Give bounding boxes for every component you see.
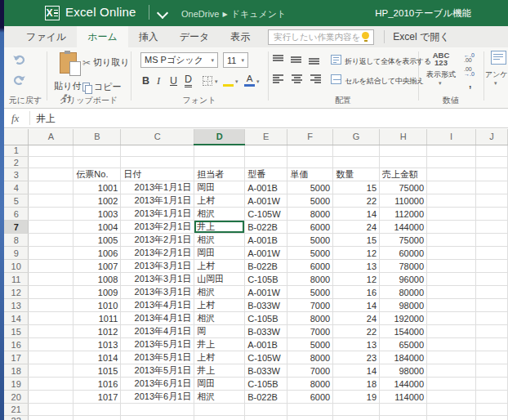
cell-E20[interactable]: B-022B: [245, 391, 287, 404]
cell-B20[interactable]: 1017: [74, 391, 121, 404]
cell-A7[interactable]: [29, 221, 74, 234]
paste-icon[interactable]: [60, 52, 77, 74]
cell-J11[interactable]: [475, 273, 507, 286]
cell-I6[interactable]: [427, 208, 476, 221]
cell-C13[interactable]: 2013年4月1日: [121, 299, 194, 312]
cell-I13[interactable]: [427, 299, 476, 312]
increase-decimal-button[interactable]: ←.0 .00: [464, 53, 475, 63]
tell-me-search[interactable]: [268, 29, 374, 45]
survey-button[interactable]: アンケー: [485, 69, 508, 80]
cell-H20[interactable]: 114000: [380, 391, 427, 404]
cell-D12[interactable]: 相沢: [194, 286, 245, 299]
cell-J19[interactable]: [475, 378, 507, 391]
cell-G2[interactable]: [333, 157, 380, 168]
cell-G19[interactable]: 18: [333, 378, 380, 391]
cell-A1[interactable]: [29, 145, 74, 157]
cell-E9[interactable]: A-001W: [245, 247, 287, 260]
cell-D9[interactable]: 岡田: [194, 247, 245, 260]
cell-A22[interactable]: [29, 415, 74, 420]
cell-B17[interactable]: 1014: [74, 351, 121, 364]
cell-B22[interactable]: [74, 415, 121, 420]
cell-F16[interactable]: 5000: [287, 338, 333, 351]
column-header-I[interactable]: I: [427, 129, 476, 145]
tab-data[interactable]: データ: [169, 26, 221, 47]
cell-B3[interactable]: 伝票No.: [74, 168, 121, 181]
cell-F4[interactable]: 5000: [287, 181, 333, 194]
row-header-2[interactable]: 2: [4, 157, 29, 168]
tab-file[interactable]: ファイル: [16, 26, 77, 47]
cell-I10[interactable]: [427, 260, 476, 273]
cell-F21[interactable]: [287, 404, 333, 415]
cell-A10[interactable]: [29, 260, 74, 273]
cell-F6[interactable]: 8000: [287, 208, 333, 221]
cell-C1[interactable]: [121, 145, 194, 157]
cell-C15[interactable]: 2013年4月1日: [121, 325, 194, 338]
cell-D22[interactable]: [194, 415, 245, 420]
cell-J22[interactable]: [475, 415, 507, 420]
cell-A8[interactable]: [29, 234, 74, 247]
row-header-9[interactable]: 9: [4, 247, 29, 260]
cell-E1[interactable]: [245, 145, 287, 157]
cell-J15[interactable]: [475, 325, 507, 338]
row-header-1[interactable]: 1: [4, 145, 29, 157]
select-all-corner[interactable]: [4, 129, 29, 145]
cell-I14[interactable]: [427, 312, 476, 325]
number-format-icon[interactable]: ABC 123: [426, 51, 456, 66]
cell-D5[interactable]: 上村: [194, 194, 245, 208]
fill-color-dropdown-arrow[interactable]: ▾: [235, 78, 238, 84]
bold-button[interactable]: B: [142, 74, 149, 87]
cell-E14[interactable]: C-105B: [245, 312, 287, 325]
column-header-J[interactable]: J: [475, 129, 507, 145]
cell-G11[interactable]: 12: [333, 273, 380, 286]
cell-C6[interactable]: 2013年1月1日: [121, 208, 194, 221]
cell-B18[interactable]: 1015: [74, 364, 121, 378]
cell-H14[interactable]: 192000: [380, 312, 427, 325]
cell-C19[interactable]: 2013年6月1日: [121, 378, 194, 391]
cell-A5[interactable]: [29, 194, 74, 208]
underline-button[interactable]: U: [170, 74, 177, 87]
cell-D1[interactable]: [194, 145, 245, 157]
cell-A3[interactable]: [29, 168, 74, 181]
fill-color-icon[interactable]: [223, 74, 234, 87]
cell-B2[interactable]: [74, 157, 121, 168]
cell-I19[interactable]: [427, 378, 476, 391]
cell-C18[interactable]: 2013年5月1日: [121, 364, 194, 378]
cell-B19[interactable]: 1016: [74, 378, 121, 391]
cell-C16[interactable]: 2013年5月1日: [121, 338, 194, 351]
copy-button[interactable]: コピー: [82, 81, 122, 93]
cell-D15[interactable]: 岡: [194, 325, 245, 338]
cell-B14[interactable]: 1011: [74, 312, 121, 325]
cell-B4[interactable]: 1001: [74, 181, 121, 194]
survey-dropdown-arrow[interactable]: ▾: [494, 80, 497, 86]
cell-I22[interactable]: [427, 415, 476, 420]
cell-C20[interactable]: 2013年6月1日: [121, 391, 194, 404]
decrease-decimal-button[interactable]: .00 →.0: [464, 67, 475, 77]
cell-F19[interactable]: 8000: [287, 378, 333, 391]
cell-H5[interactable]: 110000: [380, 194, 427, 208]
cell-I18[interactable]: [427, 364, 476, 378]
cell-I7[interactable]: [427, 221, 476, 234]
cell-E16[interactable]: A-001B: [245, 338, 287, 351]
cell-J6[interactable]: [475, 208, 507, 221]
cell-H3[interactable]: 売上金額: [380, 168, 427, 181]
column-header-D[interactable]: D: [194, 129, 245, 145]
column-header-F[interactable]: F: [287, 129, 333, 145]
cell-H7[interactable]: 144000: [380, 221, 427, 234]
cell-E6[interactable]: C-105W: [245, 208, 287, 221]
cell-J8[interactable]: [475, 234, 507, 247]
cell-A2[interactable]: [29, 157, 74, 168]
column-header-A[interactable]: A: [29, 129, 74, 145]
row-header-22[interactable]: 22: [4, 415, 29, 420]
cell-E10[interactable]: B-022B: [245, 260, 287, 273]
cell-J12[interactable]: [475, 286, 507, 299]
font-size-select[interactable]: 11 ▾: [223, 52, 248, 68]
cell-G17[interactable]: 23: [333, 351, 380, 364]
row-header-15[interactable]: 15: [4, 325, 29, 338]
align-bottom-icon[interactable]: [309, 55, 321, 65]
cell-G16[interactable]: 13: [333, 338, 380, 351]
cell-B10[interactable]: 1007: [74, 260, 121, 273]
cell-H17[interactable]: 184000: [380, 351, 427, 364]
row-header-6[interactable]: 6: [4, 208, 29, 221]
cell-C9[interactable]: 2013年2月1日: [121, 247, 194, 260]
column-header-G[interactable]: G: [333, 129, 380, 145]
